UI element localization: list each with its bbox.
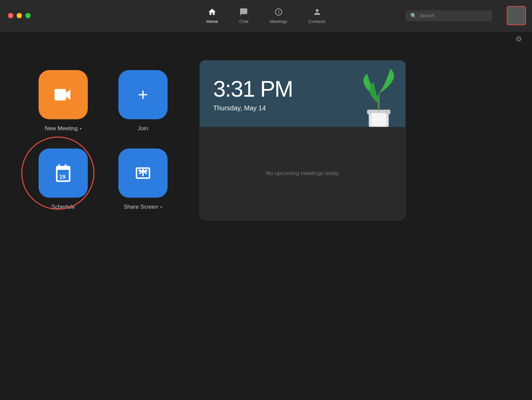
share-screen-chevron: ▾	[160, 205, 162, 209]
search-bar[interactable]: 🔍	[406, 10, 492, 21]
no-meetings-text: No upcoming meetings today	[266, 170, 339, 177]
chat-tab-label: Chat	[239, 19, 248, 24]
main-nav: Home Chat Meetings	[196, 4, 336, 27]
new-meeting-button[interactable]	[39, 70, 88, 119]
new-meeting-chevron: ▾	[80, 127, 82, 131]
schedule-label: Schedule	[52, 204, 75, 210]
new-meeting-label: New Meeting ▾	[45, 125, 81, 132]
clock-date: Thursday, May 14	[213, 104, 293, 112]
tab-home[interactable]: Home	[196, 4, 229, 27]
meetings-area: No upcoming meetings today	[200, 127, 405, 220]
settings-icon[interactable]: ⚙	[515, 35, 522, 44]
join-button[interactable]: +	[118, 70, 168, 119]
meetings-icon	[274, 8, 283, 18]
search-input[interactable]	[420, 13, 487, 18]
share-screen-label: Share Screen ▾	[124, 204, 162, 210]
clock-info: 3:31 PM Thursday, May 14	[213, 76, 293, 112]
schedule-item: 19 Schedule	[33, 149, 93, 210]
home-icon	[208, 8, 216, 18]
contacts-tab-label: Contacts	[309, 19, 326, 24]
maximize-button[interactable]	[25, 13, 31, 18]
share-screen-icon	[134, 164, 152, 182]
svg-rect-3	[371, 113, 386, 126]
main-content: New Meeting ▾ + Join 19 S	[0, 53, 532, 227]
chat-icon	[239, 8, 248, 18]
contacts-icon	[313, 8, 321, 18]
profile-button[interactable]	[507, 6, 526, 25]
schedule-button[interactable]: 19	[39, 149, 88, 198]
share-screen-button[interactable]	[118, 149, 168, 198]
tab-contacts[interactable]: Contacts	[298, 4, 336, 27]
clock-time: 3:31 PM	[213, 76, 293, 102]
minimize-button[interactable]	[17, 13, 22, 18]
tab-chat[interactable]: Chat	[229, 4, 259, 27]
share-screen-item: Share Screen ▾	[113, 149, 173, 210]
calendar-widget: 3:31 PM Thursday, May 14	[200, 60, 406, 220]
plant-svg	[355, 64, 402, 127]
titlebar: Home Chat Meetings	[0, 0, 532, 32]
join-label: Join	[138, 125, 148, 132]
close-button[interactable]	[8, 13, 13, 18]
search-icon: 🔍	[410, 13, 417, 19]
plus-icon: +	[138, 86, 148, 103]
calendar-icon: 19	[54, 163, 73, 183]
window-controls	[0, 13, 31, 18]
svg-text:19: 19	[59, 174, 66, 180]
clock-header: 3:31 PM Thursday, May 14	[200, 60, 405, 127]
tab-meetings[interactable]: Meetings	[259, 4, 298, 27]
home-tab-label: Home	[206, 19, 218, 24]
new-meeting-item: New Meeting ▾	[33, 70, 93, 132]
action-grid: New Meeting ▾ + Join 19 S	[33, 60, 173, 220]
join-item: + Join	[113, 70, 173, 132]
settings-row: ⚙	[0, 32, 532, 47]
plant-decoration	[352, 60, 405, 127]
meetings-tab-label: Meetings	[270, 19, 287, 24]
